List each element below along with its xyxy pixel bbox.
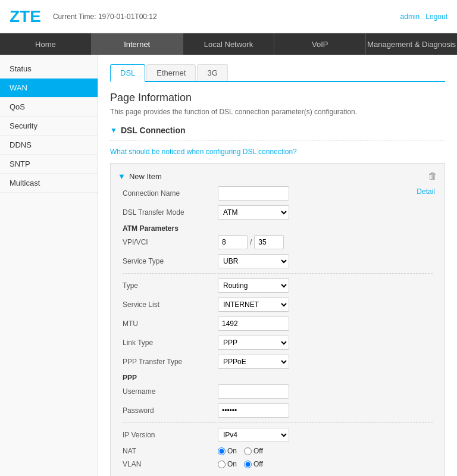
vlan-on-label[interactable]: On xyxy=(218,460,237,468)
vlan-row: VLAN On Off xyxy=(123,460,433,468)
password-row: Password xyxy=(123,403,433,418)
username-row: Username xyxy=(123,384,433,399)
service-list-row: Service List INTERNET TR069 VOIP OTHER xyxy=(123,298,433,312)
logo: ZTE xyxy=(10,7,41,26)
dsl-transfer-mode-select[interactable]: ATM PTM xyxy=(218,205,289,220)
page-description: This page provides the function of DSL c… xyxy=(110,108,445,116)
divider2 xyxy=(123,422,433,423)
type-row: Type Routing Bridge xyxy=(123,278,433,293)
username-label: Username xyxy=(123,387,218,396)
type-label: Type xyxy=(123,281,218,290)
service-type-row: Service Type UBR CBR VBR xyxy=(123,254,433,268)
username-control xyxy=(218,384,433,399)
type-select[interactable]: Routing Bridge xyxy=(218,278,289,293)
link-type-select[interactable]: PPP IPoE xyxy=(218,336,289,350)
ip-version-select[interactable]: IPv4 IPv6 IPv4/IPv6 xyxy=(218,428,289,442)
current-time-label: Current Time: xyxy=(53,12,96,21)
header: ZTE Current Time: 1970-01-01T00:12 admin… xyxy=(0,0,457,33)
type-control: Routing Bridge xyxy=(218,278,433,293)
nat-label: NAT xyxy=(123,447,218,455)
form-panel: ▼ New Item 🗑 Detail Connection Name DSL … xyxy=(110,163,445,476)
vlan-on-text: On xyxy=(227,460,237,468)
nat-off-radio[interactable] xyxy=(244,447,252,455)
nav-home[interactable]: Home xyxy=(0,33,92,55)
dsl-transfer-mode-row: DSL Transfer Mode ATM PTM xyxy=(123,205,433,220)
sidebar-item-wan[interactable]: WAN xyxy=(0,79,98,98)
vlan-off-text: Off xyxy=(253,460,263,468)
vlan-control: On Off xyxy=(218,460,433,468)
detail-link[interactable]: Detail xyxy=(417,187,435,196)
sidebar-item-qos[interactable]: QoS xyxy=(0,98,98,117)
vci-input[interactable] xyxy=(254,235,284,249)
nav-voip[interactable]: VoIP xyxy=(274,33,366,55)
main-layout: Status WAN QoS Security DDNS SNTP Multic… xyxy=(0,55,457,476)
nat-row: NAT On Off xyxy=(123,447,433,455)
vlan-on-radio[interactable] xyxy=(218,461,226,468)
sidebar-item-security[interactable]: Security xyxy=(0,117,98,136)
current-time-value: 1970-01-01T00:12 xyxy=(98,12,157,21)
service-list-select[interactable]: INTERNET TR069 VOIP OTHER xyxy=(218,298,289,312)
sidebar-item-sntp[interactable]: SNTP xyxy=(0,155,98,174)
vpi-vci-label: VPI/VCI xyxy=(123,238,218,246)
password-input[interactable] xyxy=(218,403,289,418)
ip-version-label: IP Version xyxy=(123,431,218,439)
connection-name-row: Connection Name xyxy=(123,186,433,201)
nat-on-radio[interactable] xyxy=(218,447,226,455)
link-type-label: Link Type xyxy=(123,339,218,347)
nat-off-label[interactable]: Off xyxy=(244,447,263,455)
nav-internet[interactable]: Internet xyxy=(92,33,183,55)
nav-bar: Home Internet Local Network VoIP Managem… xyxy=(0,33,457,55)
vlan-off-label[interactable]: Off xyxy=(244,460,263,468)
link-type-control: PPP IPoE xyxy=(218,336,433,350)
password-control xyxy=(218,403,433,418)
section-title: DSL Connection xyxy=(121,126,186,135)
tab-ethernet[interactable]: Ethernet xyxy=(146,64,196,81)
divider1 xyxy=(123,273,433,274)
ip-version-row: IP Version IPv4 IPv6 IPv4/IPv6 xyxy=(123,428,433,442)
tab-dsl[interactable]: DSL xyxy=(110,64,145,82)
mtu-input[interactable] xyxy=(218,317,289,331)
vpi-input[interactable] xyxy=(218,235,248,249)
form-body: Connection Name DSL Transfer Mode ATM PT… xyxy=(118,186,437,476)
service-type-control: UBR CBR VBR xyxy=(218,254,433,268)
connection-name-control xyxy=(218,186,433,201)
atm-params-label: ATM Parameters xyxy=(123,224,433,233)
mtu-control xyxy=(218,317,433,331)
nav-local-network[interactable]: Local Network xyxy=(183,33,275,55)
service-list-control: INTERNET TR069 VOIP OTHER xyxy=(218,298,433,312)
sidebar-item-status[interactable]: Status xyxy=(0,60,98,79)
username-input[interactable] xyxy=(218,384,289,399)
content-area: DSL Ethernet 3G Page Information This pa… xyxy=(98,55,457,476)
help-link[interactable]: What should be noticed when configuring … xyxy=(110,148,445,156)
nat-control: On Off xyxy=(218,447,433,455)
admin-link[interactable]: admin xyxy=(400,12,420,21)
ppp-transfer-type-row: PPP Transfer Type PPPoE PPPoA xyxy=(123,355,433,369)
panel-header: ▼ New Item 🗑 xyxy=(118,171,437,181)
vlan-off-radio[interactable] xyxy=(244,461,252,468)
service-list-label: Service List xyxy=(123,300,218,309)
header-user: admin Logout xyxy=(400,12,447,21)
section-header: ▼ DSL Connection xyxy=(110,126,445,140)
ppp-transfer-type-label: PPP Transfer Type xyxy=(123,358,218,366)
connection-name-input[interactable] xyxy=(218,186,289,201)
vlan-label: VLAN xyxy=(123,460,218,468)
tab-bar: DSL Ethernet 3G xyxy=(110,64,445,82)
delete-icon[interactable]: 🗑 xyxy=(428,171,437,181)
service-type-select[interactable]: UBR CBR VBR xyxy=(218,254,289,268)
logout-link[interactable]: Logout xyxy=(425,12,447,21)
sidebar: Status WAN QoS Security DDNS SNTP Multic… xyxy=(0,55,98,476)
vpi-vci-control: / xyxy=(218,235,433,249)
ppp-transfer-type-select[interactable]: PPPoE PPPoA xyxy=(218,355,289,369)
link-type-row: Link Type PPP IPoE xyxy=(123,336,433,350)
mtu-label: MTU xyxy=(123,320,218,328)
tab-3g[interactable]: 3G xyxy=(197,64,227,81)
nav-management[interactable]: Management & Diagnosis xyxy=(366,33,457,55)
current-time: Current Time: 1970-01-01T00:12 xyxy=(53,12,400,21)
panel-title: ▼ New Item xyxy=(118,172,162,181)
ip-version-control: IPv4 IPv6 IPv4/IPv6 xyxy=(218,428,433,442)
nat-on-label[interactable]: On xyxy=(218,447,237,455)
sidebar-item-ddns[interactable]: DDNS xyxy=(0,136,98,155)
panel-triangle-icon: ▼ xyxy=(118,172,126,181)
sidebar-item-multicast[interactable]: Multicast xyxy=(0,174,98,193)
dsl-transfer-mode-control: ATM PTM xyxy=(218,205,433,220)
